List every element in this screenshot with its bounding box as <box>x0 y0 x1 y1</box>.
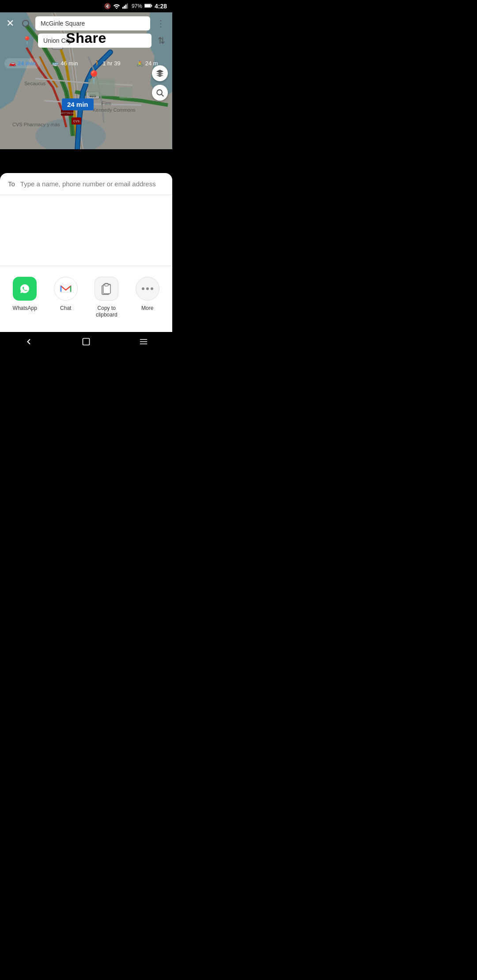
svg-rect-5 <box>151 5 152 7</box>
tab-car[interactable]: 🚗 24 min <box>4 58 40 68</box>
svg-rect-2 <box>125 4 127 8</box>
tab-walk[interactable]: 🚶 1 hr 39 <box>89 58 125 68</box>
mute-icon: 🔇 <box>104 3 111 9</box>
more-icon <box>136 277 159 301</box>
status-bar: 🔇 97% 4:28 <box>0 0 172 12</box>
whatsapp-label: WhatsApp <box>13 305 37 312</box>
time-display: 4:28 <box>155 3 167 10</box>
battery-percent: 97% <box>132 3 142 9</box>
options-icon[interactable]: ⋮ <box>154 17 168 30</box>
origin-circle-icon <box>22 20 29 27</box>
share-whatsapp[interactable]: WhatsApp <box>9 277 40 312</box>
svg-point-19 <box>157 90 162 95</box>
car-time: 24 min <box>18 60 36 67</box>
cvs-label: CVS Pharmacy y más <box>12 122 60 127</box>
to-row: To <box>0 173 172 195</box>
wifi-icon <box>113 3 120 10</box>
svg-rect-29 <box>105 284 108 286</box>
chat-label: Chat <box>60 305 71 312</box>
kennedy-label: Kennedy Commons <box>93 107 136 113</box>
transit-time: 46 min <box>61 60 78 67</box>
transit-icon: 🚌 <box>52 60 59 67</box>
whatsapp-icon <box>13 277 37 301</box>
destination-input-field[interactable]: Union City <box>38 34 151 48</box>
share-more[interactable]: More <box>132 277 163 312</box>
layers-button[interactable] <box>152 65 168 81</box>
destination-pin-icon: 📍 <box>22 36 32 45</box>
recipient-input[interactable] <box>20 180 164 188</box>
svg-rect-6 <box>145 4 151 7</box>
clipboard-icon <box>95 277 118 301</box>
time-bubble: 24 min <box>62 98 94 110</box>
car-icon: 🚗 <box>9 60 16 67</box>
svg-point-31 <box>146 287 149 290</box>
home-nav-button[interactable] <box>73 334 99 352</box>
svg-rect-33 <box>83 338 90 345</box>
bike-icon: 🚴 <box>136 60 144 67</box>
walk-time: 1 hr 39 <box>102 60 120 67</box>
destination-map-pin: 📍 <box>86 70 102 84</box>
share-empty-area <box>0 195 172 266</box>
svg-point-32 <box>151 287 153 290</box>
secaucus-label: Secaucus <box>24 81 45 86</box>
close-button[interactable]: ✕ <box>4 16 16 31</box>
svg-rect-1 <box>124 6 125 9</box>
destination-text: Union City <box>43 37 72 44</box>
more-label: More <box>141 305 153 312</box>
to-label: To <box>8 180 15 188</box>
chat-icon <box>54 277 78 301</box>
map-area: 95 495 CVS MATTRESS Share ✕ McGinle Squa… <box>0 12 172 149</box>
swap-icon[interactable]: ⇅ <box>155 34 168 47</box>
svg-line-20 <box>162 94 164 97</box>
share-clipboard[interactable]: Copy to clipboard <box>91 277 122 319</box>
recents-nav-button[interactable] <box>130 334 157 352</box>
map-controls <box>152 65 168 101</box>
origin-row: ✕ McGinle Square ⋮ <box>4 16 168 31</box>
map-topbar: ✕ McGinle Square ⋮ 📍 Union City ⇅ <box>0 12 172 54</box>
firm-label: Firm <box>102 101 111 106</box>
clipboard-label: Copy to clipboard <box>91 305 122 319</box>
svg-rect-0 <box>122 7 124 8</box>
nav-bar <box>0 332 172 353</box>
transport-tabs: 🚗 24 min 🚌 46 min 🚶 1 hr 39 🚴 24 m <box>0 57 172 70</box>
destination-row: 📍 Union City ⇅ <box>4 34 168 48</box>
share-bottom-sheet: To WhatsApp <box>0 173 172 332</box>
svg-rect-3 <box>127 3 128 8</box>
tab-transit[interactable]: 🚌 46 min <box>47 58 82 68</box>
search-map-button[interactable] <box>152 85 168 101</box>
svg-point-30 <box>142 287 144 290</box>
walk-icon: 🚶 <box>94 60 101 67</box>
origin-text: McGinle Square <box>41 20 85 27</box>
share-apps-row: WhatsApp Chat <box>0 266 172 323</box>
signal-icon <box>122 3 129 10</box>
origin-input-field[interactable]: McGinle Square <box>35 16 150 30</box>
share-chat[interactable]: Chat <box>50 277 81 312</box>
back-nav-button[interactable] <box>15 334 42 352</box>
status-icons: 🔇 97% 4:28 <box>104 3 167 10</box>
battery-icon <box>144 3 152 10</box>
